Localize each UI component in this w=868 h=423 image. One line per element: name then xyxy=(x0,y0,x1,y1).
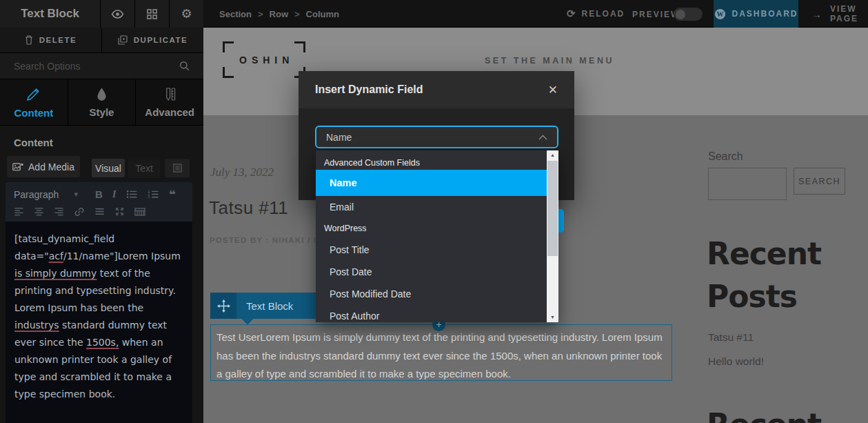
reload-button[interactable]: ⟳ RELOAD xyxy=(567,0,625,28)
kitchen-sink-icon xyxy=(173,164,182,173)
editor-toolbar: Paragraph ▾ B I 123 ❝ xyxy=(6,182,192,222)
dropdown-item-email[interactable]: Email xyxy=(316,196,547,218)
visibility-button[interactable] xyxy=(100,0,134,28)
numbered-list-button[interactable]: 123 xyxy=(148,190,159,199)
fullscreen-button[interactable] xyxy=(114,207,125,216)
site-logo[interactable]: OSHIN xyxy=(223,41,305,78)
recent-posts-heading: Recent Posts xyxy=(707,233,865,318)
widget-search-label: Search xyxy=(708,150,743,163)
drag-handle[interactable] xyxy=(210,293,236,319)
dropdown-item-post-title[interactable]: Post Title xyxy=(316,239,547,261)
droplet-icon xyxy=(97,87,107,101)
breadcrumb: Section > Row > Column xyxy=(219,0,339,28)
search-icon xyxy=(179,61,190,71)
close-icon[interactable]: ✕ xyxy=(548,83,558,97)
breadcrumb-column[interactable]: Column xyxy=(306,9,339,19)
dropdown-scrollbar[interactable]: ▲ ▼ xyxy=(547,150,558,322)
element-title: Text Block xyxy=(0,0,100,28)
dashboard-label: DASHBOARD xyxy=(732,9,798,19)
dashboard-button[interactable]: W DASHBOARD xyxy=(714,0,798,28)
recent-post-link[interactable]: Tatsu #11 xyxy=(708,331,754,344)
chevron-down-icon: ▾ xyxy=(74,190,78,199)
scroll-down-icon[interactable]: ▼ xyxy=(547,313,558,322)
dropdown-item-post-author[interactable]: Post Author xyxy=(316,305,547,327)
gear-icon: ⚙ xyxy=(181,6,192,21)
align-left-button[interactable] xyxy=(14,207,24,216)
recent-post-link[interactable]: Hello world! xyxy=(708,355,764,368)
text-block-element-handle[interactable]: Text Block xyxy=(210,293,321,319)
tab-advanced-label: Advanced xyxy=(145,106,194,118)
logo-bracket xyxy=(223,67,234,78)
scroll-up-icon[interactable]: ▲ xyxy=(547,150,558,160)
duplicate-icon xyxy=(118,35,128,45)
add-media-button[interactable]: Add Media xyxy=(7,156,80,177)
italic-button[interactable]: I xyxy=(112,188,117,200)
dropdown-item-post-modified-date[interactable]: Post Modified Date xyxy=(316,283,547,305)
post-meta: POSTED BY : NIHAKI / 0 C xyxy=(210,236,328,244)
text-block-content[interactable]: Test UserLorem Ipsum is simply dummy tex… xyxy=(210,324,672,381)
duplicate-button[interactable]: DUPLICATE xyxy=(102,28,203,52)
tab-content[interactable]: Content xyxy=(0,79,68,125)
grid-icon xyxy=(147,9,157,19)
kitchen-sink-button[interactable] xyxy=(165,159,190,177)
breadcrumb-separator: > xyxy=(294,9,300,19)
search-options-field[interactable]: Search Options xyxy=(0,53,203,79)
element-options-sidebar: DELETE DUPLICATE Search Options Content … xyxy=(0,28,203,423)
align-right-button[interactable] xyxy=(54,207,64,216)
visual-editor-tab[interactable]: Visual xyxy=(92,159,125,177)
blockquote-button[interactable]: ❝ xyxy=(169,188,176,201)
paragraph-format-label: Paragraph xyxy=(14,189,59,200)
breadcrumb-row[interactable]: Row xyxy=(270,9,288,19)
dynamic-field-value: Name xyxy=(326,132,538,143)
text-editor-tab[interactable]: Text xyxy=(128,159,160,177)
set-main-menu-link[interactable]: SET THE MAIN MENU xyxy=(485,56,614,66)
widget-search-input[interactable] xyxy=(708,168,787,200)
dynamic-field-select[interactable]: Name xyxy=(315,126,558,148)
scrollbar-thumb[interactable] xyxy=(547,161,558,256)
logo-bracket xyxy=(223,41,234,52)
dropdown-item-name[interactable]: Name xyxy=(316,170,547,196)
table-button[interactable] xyxy=(134,208,145,216)
dropdown-group-acf: Advanced Custom Fields xyxy=(316,155,547,171)
chevron-up-icon xyxy=(538,135,547,140)
logo-text: OSHIN xyxy=(239,55,294,66)
paragraph-format-dropdown[interactable]: Paragraph ▾ xyxy=(14,189,85,200)
view-page-button[interactable]: → VIEW PAGE xyxy=(811,0,868,28)
link-icon[interactable] xyxy=(74,207,85,217)
options-tabs: Content Style Advanced xyxy=(0,79,203,126)
tab-style-label: Style xyxy=(90,106,114,118)
bullet-list-button[interactable] xyxy=(126,190,138,199)
element-actions: DELETE DUPLICATE xyxy=(0,28,203,53)
layout-grid-button[interactable] xyxy=(134,0,169,28)
editor-content: [tatsu_dynamic_field data="acf/11/name"]… xyxy=(14,230,184,403)
svg-text:W: W xyxy=(716,10,723,18)
breadcrumb-separator: > xyxy=(258,9,263,19)
breadcrumb-section[interactable]: Section xyxy=(219,9,252,19)
bold-button[interactable]: B xyxy=(95,188,103,200)
view-page-label: VIEW PAGE xyxy=(830,4,868,23)
read-more-button[interactable] xyxy=(94,207,105,216)
dropdown-item-post-date[interactable]: Post Date xyxy=(316,261,547,283)
preview-toggle[interactable] xyxy=(674,8,703,21)
eye-icon xyxy=(111,9,124,19)
pencil-ruler-icon xyxy=(164,87,176,101)
toggle-knob xyxy=(676,10,685,19)
modal-header: Insert Dynamic Field ✕ xyxy=(299,71,574,108)
trash-icon xyxy=(25,35,33,45)
media-icon xyxy=(12,162,23,171)
post-date: July 13, 2022 xyxy=(210,166,274,179)
text-editor-area[interactable]: [tatsu_dynamic_field data="acf/11/name"]… xyxy=(6,222,192,423)
reload-icon: ⟳ xyxy=(567,8,576,20)
top-bar: Text Block ⚙ Section > Row > Column ⟳ RE… xyxy=(0,0,868,28)
element-header: Text Block ⚙ xyxy=(0,0,203,28)
tab-style[interactable]: Style xyxy=(68,79,137,125)
settings-button[interactable]: ⚙ xyxy=(169,0,203,28)
align-center-button[interactable] xyxy=(34,207,44,216)
dropdown-group-wordpress: WordPress xyxy=(316,219,547,237)
tab-content-label: Content xyxy=(14,107,54,119)
delete-button[interactable]: DELETE xyxy=(0,28,102,52)
tab-advanced[interactable]: Advanced xyxy=(136,79,203,125)
modal-title: Insert Dynamic Field xyxy=(315,83,423,96)
content-section-title: Content xyxy=(14,137,53,148)
widget-search-button[interactable]: SEARCH xyxy=(794,168,845,195)
